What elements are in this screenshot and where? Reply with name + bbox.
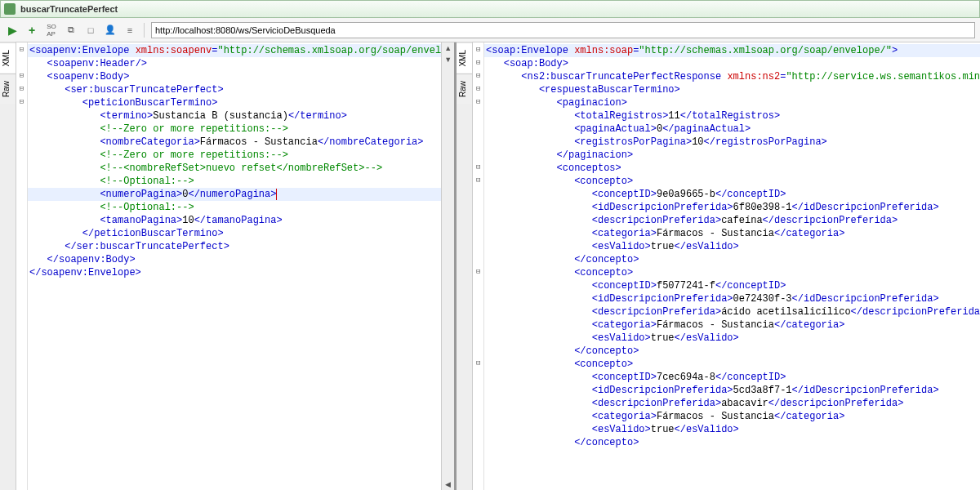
tab-xml[interactable]: XML (0, 42, 16, 74)
xml-line[interactable]: <ns2:buscarTruncatePerfectResponse xmlns… (484, 70, 980, 83)
xml-line[interactable]: <concepto> (484, 358, 980, 371)
xml-line[interactable]: <!--Optional:--> (28, 201, 441, 214)
fold-toggle[interactable]: ⊟ (473, 265, 483, 278)
xml-line[interactable]: </soapenv:Envelope> (28, 266, 441, 279)
tab-xml[interactable]: XML (457, 42, 472, 74)
endpoint-url-input[interactable] (151, 22, 975, 38)
xml-line[interactable]: <!--Optional:--> (28, 175, 441, 188)
xml-line[interactable]: </concepto> (484, 345, 980, 358)
fold-toggle[interactable]: ⊟ (473, 160, 483, 173)
link-button[interactable]: ⧉ (64, 23, 78, 38)
xml-line[interactable]: <conceptos> (484, 162, 980, 175)
xml-line[interactable]: <esValido>true</esValido> (484, 240, 980, 253)
xml-line[interactable]: </peticionBuscarTermino> (28, 227, 441, 240)
xml-line[interactable]: <descripcionPreferida>cafeína</descripci… (484, 214, 980, 227)
xml-line[interactable]: <paginaActual>0</paginaActual> (484, 122, 980, 136)
xml-line[interactable]: <categoria>Fármacos - Sustancia</categor… (484, 410, 980, 423)
fold-toggle (473, 278, 483, 291)
request-gutter: ⊟⊟⊟⊟ (16, 42, 28, 490)
fold-toggle (473, 304, 483, 317)
xml-line[interactable]: <respuestaBuscarTermino> (484, 83, 980, 96)
scroll-up-icon[interactable]: ▲ (442, 42, 454, 54)
fold-toggle (473, 395, 483, 408)
xml-line[interactable]: <termino>Sustancia B (sustancia)</termin… (28, 109, 441, 122)
request-pane: XML Raw ⊟⊟⊟⊟ <soapenv:Envelope xmlns:soa… (0, 42, 455, 490)
fold-toggle[interactable]: ⊟ (473, 82, 483, 95)
xml-line[interactable]: <!--<nombreRefSet>nuevo refset</nombreRe… (28, 162, 441, 175)
xml-line[interactable]: <tamanoPagina>10</tamanoPagina> (28, 214, 441, 227)
xml-line[interactable]: </concepto> (484, 436, 980, 449)
fold-toggle (16, 121, 27, 134)
fold-toggle[interactable]: ⊟ (473, 69, 483, 82)
response-xml-viewer[interactable]: <soap:Envelope xmlns:soap="http://schema… (484, 42, 980, 490)
fold-toggle (16, 108, 27, 121)
run-button[interactable]: ▶ (5, 23, 20, 38)
fold-toggle[interactable]: ⊟ (473, 356, 483, 369)
xml-line[interactable]: <idDescripcionPreferida>0e72430f-3</idDe… (484, 292, 980, 305)
fold-toggle (473, 317, 483, 330)
title-bar: buscarTruncatePerfect (0, 0, 980, 18)
xml-line[interactable]: <!--Zero or more repetitions:--> (28, 149, 441, 162)
xml-line[interactable]: <numeroPagina>0</numeroPagina> (28, 188, 441, 201)
xml-line[interactable]: <paginacion> (484, 96, 980, 109)
toolbar: ▶ + SOAP ⧉ □ 👤 ≡ (0, 18, 980, 42)
request-xml-editor[interactable]: <soapenv:Envelope xmlns:soapenv="http://… (28, 42, 441, 490)
fold-toggle[interactable]: ⊟ (16, 82, 27, 95)
user-button[interactable]: 👤 (103, 23, 118, 38)
fold-toggle (473, 134, 483, 147)
xml-line[interactable]: <ser:buscarTruncatePerfect> (28, 83, 441, 96)
xml-line[interactable]: <soapenv:Header/> (28, 57, 441, 70)
xml-line[interactable]: <descripcionPreferida>abacavir</descripc… (484, 397, 980, 410)
response-gutter: ⊟⊟⊟⊟⊟⊟⊟⊟⊟ (473, 42, 484, 490)
xml-line[interactable]: <soapenv:Body> (28, 70, 441, 83)
xml-line[interactable]: <peticionBuscarTermino> (28, 96, 441, 109)
tab-raw[interactable]: Raw (457, 74, 472, 104)
xml-line[interactable]: <!--Zero or more repetitions:--> (28, 122, 441, 136)
xml-line[interactable]: <soap:Envelope xmlns:soap="http://schema… (484, 44, 980, 57)
xml-line[interactable]: <concepto> (484, 175, 980, 188)
fold-toggle (473, 108, 483, 121)
scroll-left-icon[interactable]: ◀ (442, 479, 454, 490)
xml-line[interactable]: <categoria>Fármacos - Sustancia</categor… (484, 227, 980, 240)
xml-line[interactable]: <categoria>Fármacos - Sustancia</categor… (484, 318, 980, 332)
fold-toggle (16, 147, 27, 160)
xml-line[interactable]: <descripcionPreferida>ácido acetilsalicí… (484, 305, 980, 318)
xml-line[interactable]: <esValido>true</esValido> (484, 332, 980, 345)
fold-toggle (16, 238, 27, 252)
xml-line[interactable]: <esValido>true</esValido> (484, 423, 980, 436)
stop-button[interactable]: □ (83, 23, 98, 38)
fold-toggle[interactable]: ⊟ (473, 173, 483, 186)
fold-toggle[interactable]: ⊟ (473, 95, 483, 108)
fold-toggle (473, 121, 483, 134)
add-button[interactable]: + (24, 23, 39, 38)
fold-toggle (16, 212, 27, 225)
xml-line[interactable]: <conceptID>9e0a9665-b</conceptID> (484, 188, 980, 201)
fold-toggle[interactable]: ⊟ (473, 56, 483, 69)
request-side-tabs: XML Raw (0, 42, 16, 490)
fold-toggle (16, 252, 27, 265)
xml-line[interactable]: <idDescripcionPreferida>5cd3a8f7-1</idDe… (484, 384, 980, 397)
scroll-down-icon[interactable]: ▼ (442, 54, 454, 65)
fold-toggle[interactable]: ⊟ (473, 42, 483, 56)
xml-line[interactable]: <soap:Body> (484, 57, 980, 70)
xml-line[interactable]: <conceptID>7cec694a-8</conceptID> (484, 371, 980, 384)
xml-line[interactable]: </concepto> (484, 253, 980, 266)
fold-toggle[interactable]: ⊟ (16, 95, 27, 108)
xml-line[interactable]: </ser:buscarTruncatePerfect> (28, 240, 441, 253)
fold-toggle[interactable]: ⊟ (16, 69, 27, 82)
xml-line[interactable]: </paginacion> (484, 149, 980, 162)
tab-raw[interactable]: Raw (0, 74, 16, 104)
xml-line[interactable]: <registrosPorPagina>10</registrosPorPagi… (484, 136, 980, 149)
menu-button[interactable]: ≡ (122, 23, 137, 38)
xml-line[interactable]: <idDescripcionPreferida>6f80e398-1</idDe… (484, 201, 980, 214)
soap-button[interactable]: SOAP (44, 23, 59, 38)
xml-line[interactable]: <concepto> (484, 266, 980, 279)
xml-line[interactable]: <nombreCategoria>Fármacos - Sustancia</n… (28, 136, 441, 149)
fold-toggle (473, 382, 483, 395)
fold-toggle[interactable]: ⊟ (16, 42, 27, 56)
xml-line[interactable]: </soapenv:Body> (28, 253, 441, 266)
xml-line[interactable]: <soapenv:Envelope xmlns:soapenv="http://… (28, 44, 441, 57)
xml-line[interactable]: <conceptID>f5077241-f</conceptID> (484, 279, 980, 292)
fold-toggle (473, 186, 483, 199)
xml-line[interactable]: <totalRegistros>11</totalRegistros> (484, 109, 980, 122)
